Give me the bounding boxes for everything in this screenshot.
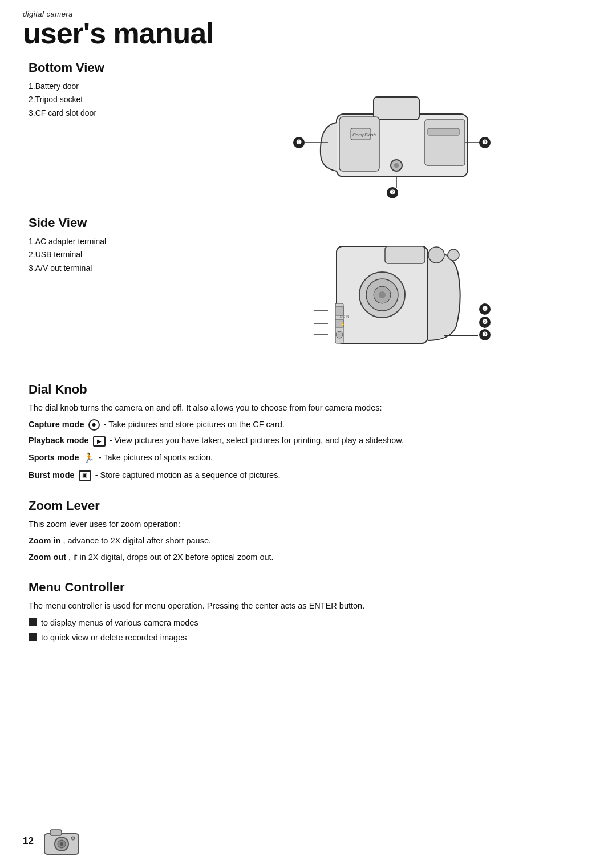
- bottom-view-diagram: CompFlash ❶ ❷ ❸: [200, 80, 587, 200]
- bottom-ann-2: ❷: [387, 187, 398, 198]
- bullet-icon-1: [29, 618, 37, 626]
- svg-rect-21: [335, 306, 343, 315]
- svg-point-18: [428, 247, 444, 263]
- svg-point-17: [379, 291, 386, 298]
- menu-controller-item-2-text: to quick view or delete recorded images: [41, 631, 187, 644]
- side-camera-svg: DC IN ⚡: [285, 235, 502, 366]
- menu-controller-title: Menu Controller: [29, 580, 587, 595]
- menu-controller-intro: The menu controller is used for menu ope…: [29, 599, 587, 613]
- playback-mode-icon: ▶: [93, 436, 106, 447]
- playback-mode-text: Playback mode ▶ - View pictures you have…: [29, 434, 587, 448]
- svg-point-33: [60, 842, 63, 846]
- sports-mode-text: Sports mode 🏃 - Take pictures of sports …: [29, 451, 587, 465]
- zoom-in-text: Zoom in , advance to 2X digital after sh…: [29, 534, 587, 548]
- bottom-ann-1: ❶: [293, 137, 305, 148]
- side-view-item-3: 3.A/V out terminal: [29, 262, 188, 275]
- burst-mode-label: Burst mode: [29, 470, 75, 480]
- side-ann-3: ❸: [479, 329, 491, 340]
- page-number: 12: [23, 835, 34, 847]
- svg-rect-13: [385, 246, 425, 263]
- svg-point-5: [394, 163, 399, 168]
- capture-mode-text: Capture mode ● - Take pictures and store…: [29, 418, 587, 432]
- menu-controller-list: to display menus of various camera modes…: [29, 616, 587, 644]
- bottom-view-section: Bottom View 1.Battery door 2.Tripod sock…: [29, 60, 587, 200]
- zoom-lever-section: Zoom Lever This zoom lever uses for zoom…: [29, 498, 587, 565]
- zoom-lever-title: Zoom Lever: [29, 498, 587, 513]
- svg-rect-2: [339, 117, 379, 171]
- svg-rect-3: [425, 120, 465, 165]
- zoom-in-desc: , advance to 2X digital after short paus…: [63, 536, 211, 545]
- svg-point-23: [336, 331, 343, 338]
- zoom-in-label: Zoom in: [29, 536, 60, 545]
- menu-controller-item-2: to quick view or delete recorded images: [29, 631, 587, 644]
- side-view-list: 1.AC adapter terminal 2.USB terminal 3.A…: [29, 235, 188, 275]
- dial-knob-section: Dial Knob The dial knob turns the camera…: [29, 382, 587, 482]
- bottom-camera-svg: CompFlash: [285, 80, 502, 200]
- bottom-view-list: 1.Battery door 2.Tripod socket 3.CF card…: [29, 80, 188, 120]
- side-view-item-1: 1.AC adapter terminal: [29, 235, 188, 249]
- menu-controller-section: Menu Controller The menu controller is u…: [29, 580, 587, 644]
- page-footer: 12: [23, 825, 82, 857]
- menu-controller-item-1: to display menus of various camera modes: [29, 616, 587, 630]
- page-header: digital camera user's manual: [0, 0, 616, 49]
- zoom-lever-intro: This zoom lever uses for zoom operation:: [29, 518, 587, 532]
- capture-mode-icon: ●: [88, 419, 100, 431]
- svg-point-34: [71, 837, 75, 840]
- svg-text:⚡: ⚡: [340, 322, 345, 327]
- burst-mode-desc: - Store captured motion as a sequence of…: [95, 470, 281, 480]
- side-view-section: Side View 1.AC adapter terminal 2.USB te…: [29, 216, 587, 366]
- side-ann-2: ❷: [479, 317, 491, 328]
- svg-point-19: [448, 249, 459, 261]
- bottom-view-item-1: 1.Battery door: [29, 80, 188, 94]
- svg-rect-8: [428, 128, 459, 135]
- bottom-view-item-2: 2.Tripod socket: [29, 93, 188, 107]
- bottom-view-title: Bottom View: [29, 60, 587, 75]
- footer-camera-icon: [42, 825, 82, 857]
- sports-mode-label: Sports mode: [29, 453, 79, 462]
- burst-mode-text: Burst mode ▣ - Store captured motion as …: [29, 469, 587, 482]
- side-view-diagram: DC IN ⚡ ❶ ❷ ❸: [200, 235, 587, 366]
- side-view-item-2: 2.USB terminal: [29, 248, 188, 262]
- sports-mode-icon: 🏃: [83, 451, 95, 465]
- capture-mode-desc: - Take pictures and store pictures on th…: [104, 420, 285, 429]
- bottom-ann-3: ❸: [479, 137, 491, 148]
- capture-mode-label: Capture mode: [29, 420, 84, 429]
- zoom-out-label: Zoom out: [29, 553, 66, 562]
- svg-rect-30: [50, 830, 62, 835]
- dial-knob-intro: The dial knob turns the camera on and of…: [29, 401, 587, 415]
- svg-text:DC IN: DC IN: [340, 315, 349, 318]
- svg-text:CompFlash: CompFlash: [352, 132, 376, 137]
- bottom-view-item-3: 3.CF card slot door: [29, 107, 188, 120]
- svg-rect-1: [374, 97, 419, 120]
- zoom-out-desc: , if in 2X digital, drops out of 2X befo…: [68, 553, 273, 562]
- menu-controller-item-1-text: to display menus of various camera modes: [41, 616, 198, 630]
- burst-mode-icon: ▣: [79, 470, 91, 481]
- playback-mode-label: Playback mode: [29, 436, 89, 445]
- dial-knob-title: Dial Knob: [29, 382, 587, 397]
- zoom-out-text: Zoom out , if in 2X digital, drops out o…: [29, 551, 587, 565]
- header-large: user's manual: [23, 17, 214, 50]
- side-view-title: Side View: [29, 216, 587, 230]
- sports-mode-desc: - Take pictures of sports action.: [99, 453, 213, 462]
- bullet-icon-2: [29, 633, 37, 641]
- playback-mode-desc: - View pictures you have taken, select p…: [110, 436, 404, 445]
- side-ann-1: ❶: [479, 303, 491, 315]
- bottom-view-text: 1.Battery door 2.Tripod socket 3.CF card…: [29, 80, 200, 120]
- side-view-text: 1.AC adapter terminal 2.USB terminal 3.A…: [29, 235, 200, 275]
